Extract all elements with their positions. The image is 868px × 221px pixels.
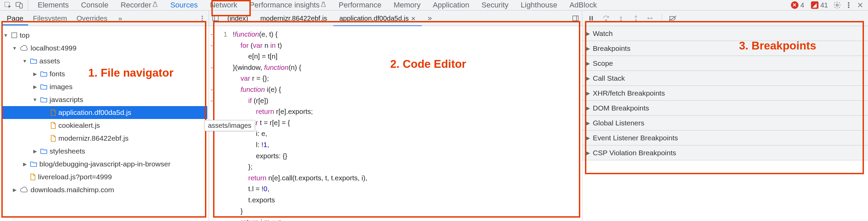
- disclosure-triangle-icon[interactable]: ▶: [586, 61, 590, 66]
- debugger-panel: ▶Watch▶Breakpoints▶Scope▶Call Stack▶XHR/…: [582, 11, 868, 221]
- issue-count: 41: [820, 1, 828, 9]
- tree-node[interactable]: cookiealert.js: [1, 119, 207, 132]
- disclosure-triangle-icon[interactable]: ▶: [586, 76, 590, 81]
- fold-icon[interactable]: -: [210, 29, 213, 40]
- settings-gear-icon[interactable]: [832, 0, 842, 10]
- debugger-section[interactable]: ▶XHR/fetch Breakpoints: [582, 86, 868, 101]
- disclosure-triangle-icon[interactable]: ▶: [586, 150, 590, 156]
- tree-node[interactable]: modernizr.86422ebf.js: [1, 132, 207, 145]
- file-tree[interactable]: ▼top▼localhost:4999▼assets▶fonts▶images▼…: [0, 26, 209, 199]
- disclosure-triangle-icon[interactable]: ▶: [586, 31, 590, 36]
- tree-label: assets: [39, 57, 60, 65]
- cloud-icon: [20, 187, 29, 193]
- svg-rect-12: [12, 33, 17, 38]
- disclosure-triangle-icon[interactable]: ▶: [586, 91, 590, 96]
- disclosure-triangle-icon[interactable]: ▶: [586, 105, 590, 111]
- tree-node[interactable]: ▼localhost:4999: [1, 42, 207, 55]
- disclosure-triangle-icon[interactable]: ▶: [32, 71, 38, 77]
- device-toggle-icon[interactable]: [14, 0, 24, 10]
- debugger-accordion: ▶Watch▶Breakpoints▶Scope▶Call Stack▶XHR/…: [582, 26, 868, 160]
- disclosure-triangle-icon[interactable]: ▶: [586, 46, 590, 51]
- error-badge[interactable]: ✕ 4: [788, 1, 807, 9]
- svg-point-21: [635, 20, 636, 21]
- tree-node[interactable]: ▼javascripts: [1, 93, 207, 106]
- tree-label: application.df00da5d.js: [58, 108, 131, 117]
- debugger-section[interactable]: ▶CSP Violation Breakpoints: [582, 145, 868, 160]
- tree-label: localhost:4999: [31, 44, 76, 52]
- svg-point-6: [848, 2, 849, 4]
- folder-icon: [40, 84, 48, 90]
- close-devtools-icon[interactable]: [855, 0, 865, 10]
- inspect-element-icon[interactable]: [3, 0, 13, 10]
- toggle-debugger-icon[interactable]: [571, 14, 580, 23]
- editor-tab[interactable]: application.df00da5d.js✕: [333, 11, 422, 26]
- disclosure-triangle-icon[interactable]: ▶: [586, 135, 590, 141]
- debugger-section[interactable]: ▶Global Listeners: [582, 116, 868, 130]
- debugger-section[interactable]: ▶Breakpoints: [582, 41, 868, 56]
- file-js-icon: [50, 109, 56, 116]
- tree-node[interactable]: ▶stylesheets: [1, 145, 207, 158]
- svg-point-8: [848, 7, 849, 8]
- disclosure-triangle-icon[interactable]: ▶: [32, 84, 38, 89]
- file-js-icon: [50, 122, 56, 129]
- toolbar-divider: [28, 0, 28, 10]
- navigator-tab-overrides[interactable]: Overrides: [72, 11, 112, 25]
- debugger-section[interactable]: ▶Watch: [582, 26, 868, 41]
- fold-icon[interactable]: -: [210, 95, 213, 106]
- step-out-icon[interactable]: [632, 14, 640, 22]
- tree-label: livereload.js?port=4999: [38, 173, 112, 181]
- tree-node[interactable]: ▶blog/debugging-javascript-app-in-browse…: [1, 158, 207, 170]
- fold-icon[interactable]: -: [210, 84, 213, 95]
- svg-rect-2: [20, 4, 22, 8]
- tree-node[interactable]: livereload.js?port=4999: [1, 170, 207, 183]
- navigator-tab-page[interactable]: Page: [2, 11, 28, 25]
- debugger-section[interactable]: ▶DOM Breakpoints: [582, 101, 868, 116]
- cloud-icon: [20, 45, 29, 51]
- debugger-section[interactable]: ▶Scope: [582, 56, 868, 71]
- disclosure-triangle-icon[interactable]: ▼: [3, 33, 9, 38]
- navigator-more-icon[interactable]: »: [113, 11, 127, 26]
- editor-tab[interactable]: modernizr.86422ebf.js: [254, 11, 333, 25]
- pause-resume-icon[interactable]: [587, 14, 595, 22]
- beaker-icon: [320, 1, 326, 7]
- tree-node[interactable]: ▼top: [1, 29, 207, 42]
- disclosure-triangle-icon[interactable]: ▶: [586, 120, 590, 126]
- tree-node[interactable]: ▶downloads.mailchimp.com: [1, 183, 207, 196]
- tree-node[interactable]: ▶images: [1, 80, 207, 93]
- debugger-section[interactable]: ▶Event Listener Breakpoints: [582, 130, 868, 145]
- error-count: 4: [800, 1, 804, 9]
- disclosure-triangle-icon[interactable]: ▼: [22, 58, 28, 64]
- disclosure-triangle-icon[interactable]: ▼: [32, 97, 38, 102]
- more-vert-icon[interactable]: [844, 0, 854, 10]
- debugger-section[interactable]: ▶Call Stack: [582, 71, 868, 86]
- section-title: XHR/fetch Breakpoints: [593, 89, 665, 97]
- disclosure-triangle-icon[interactable]: ▶: [22, 161, 28, 167]
- fold-icon[interactable]: -: [210, 40, 213, 51]
- navigator-tab-filesystem[interactable]: Filesystem: [28, 11, 72, 25]
- svg-rect-18: [592, 16, 593, 20]
- line-number[interactable]: 1: [220, 29, 227, 40]
- section-title: Watch: [593, 29, 613, 38]
- tree-node[interactable]: ▶fonts: [1, 67, 207, 80]
- tree-label: blog/debugging-javascript-app-in-browser: [39, 160, 170, 168]
- disclosure-triangle-icon[interactable]: ▶: [32, 148, 38, 154]
- step-into-icon[interactable]: [617, 14, 625, 22]
- section-title: Event Listener Breakpoints: [593, 134, 678, 142]
- close-tab-icon[interactable]: ✕: [411, 16, 416, 22]
- tree-node[interactable]: ▼assets: [1, 55, 207, 67]
- tree-label: downloads.mailchimp.com: [31, 186, 114, 194]
- editor-tab[interactable]: (index): [221, 11, 254, 25]
- tree-node[interactable]: application.df00da5d.js: [1, 106, 207, 119]
- navigator-menu-icon[interactable]: [198, 14, 207, 23]
- toggle-navigator-icon[interactable]: [211, 14, 220, 23]
- issue-badge[interactable]: ◢ 41: [808, 1, 831, 9]
- step-icon[interactable]: [647, 14, 655, 22]
- tree-label: cookiealert.js: [58, 121, 100, 129]
- disclosure-triangle-icon[interactable]: ▶: [12, 187, 18, 193]
- step-over-icon[interactable]: [602, 14, 610, 22]
- disclosure-triangle-icon[interactable]: ▼: [12, 45, 18, 51]
- editor-more-tabs-icon[interactable]: »: [423, 11, 437, 26]
- code-editor[interactable]: -1------ !function(e, t) { for (var n in…: [209, 26, 582, 221]
- deactivate-breakpoints-icon[interactable]: [669, 14, 677, 22]
- fold-icon[interactable]: -: [210, 62, 213, 73]
